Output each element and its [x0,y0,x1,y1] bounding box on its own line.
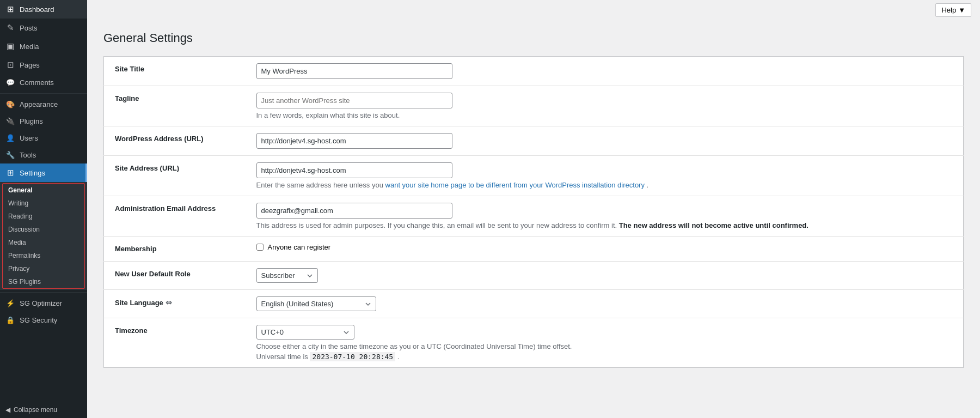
timezone-row: Timezone UTC+0 UTC-12 UTC-5 UTC+1 Choose… [104,318,964,368]
submenu-item-privacy[interactable]: Privacy [3,262,84,275]
dashboard-icon: ⊞ [5,4,15,14]
submenu-item-sg-plugins[interactable]: SG Plugins [3,275,84,288]
admin-email-field: This address is used for admin purposes.… [246,196,964,237]
timezone-label: Timezone [104,318,246,368]
submenu-highlight: General Writing Reading Discussion Media… [2,183,85,289]
sidebar-item-sg-security[interactable]: 🔒 SG Security [0,312,87,329]
users-icon: 👤 [5,134,15,142]
universal-time-value: 2023-07-10 20:28:45 [310,352,395,361]
sidebar: ⊞ Dashboard ✎ Posts ▣ Media ⊡ Pages 💬 Co… [0,0,87,418]
submenu-item-general[interactable]: General [3,184,84,197]
admin-email-row: Administration Email Address This addres… [104,196,964,237]
timezone-field: UTC+0 UTC-12 UTC-5 UTC+1 Choose either a… [246,318,964,368]
wp-address-row: WordPress Address (URL) [104,126,964,156]
membership-row: Membership Anyone can register [104,237,964,262]
site-address-field: Enter the same address here unless you w… [246,156,964,196]
settings-icon: ⊞ [5,168,15,178]
main-content-area: Help ▼ General Settings Site Title Tagli… [87,0,980,418]
new-user-role-row: New User Default Role Subscriber Contrib… [104,262,964,290]
admin-email-label: Administration Email Address [104,196,246,237]
site-language-row: Site Language ⇔ English (United States) [104,290,964,318]
timezone-select[interactable]: UTC+0 UTC-12 UTC-5 UTC+1 [256,325,354,340]
admin-email-input[interactable] [256,203,452,219]
tagline-field: In a few words, explain what this site i… [246,86,964,126]
tagline-input[interactable] [256,93,452,108]
site-title-field [246,57,964,86]
membership-checkbox[interactable] [256,244,264,251]
tagline-description: In a few words, explain what this site i… [256,111,953,119]
sidebar-item-pages[interactable]: ⊡ Pages [0,56,87,74]
site-language-label: Site Language ⇔ [104,290,246,318]
membership-checkbox-row: Anyone can register [256,243,953,251]
appearance-icon: 🎨 [5,100,15,108]
submenu-item-writing[interactable]: Writing [3,197,84,210]
topbar: Help ▼ [87,0,980,20]
sg-security-icon: 🔒 [5,316,15,324]
site-title-label: Site Title [104,57,246,86]
sidebar-divider-2 [0,292,87,293]
sidebar-item-dashboard[interactable]: ⊞ Dashboard [0,0,87,19]
sidebar-item-sg-optimizer[interactable]: ⚡ SG Optimizer [0,295,87,312]
site-address-row: Site Address (URL) Enter the same addres… [104,156,964,196]
submenu-item-reading[interactable]: Reading [3,210,84,223]
membership-field: Anyone can register [246,237,964,262]
new-user-role-select[interactable]: Subscriber Contributor Author Editor Adm… [256,268,318,283]
sidebar-item-posts[interactable]: ✎ Posts [0,19,87,37]
comments-icon: 💬 [5,78,15,87]
tagline-label: Tagline [104,86,246,126]
collapse-icon: ◀ [5,406,10,414]
sidebar-item-settings[interactable]: ⊞ Settings [0,163,87,182]
wp-address-label: WordPress Address (URL) [104,126,246,156]
site-address-label: Site Address (URL) [104,156,246,196]
posts-icon: ✎ [5,23,15,33]
media-icon: ▣ [5,41,15,51]
site-language-field: English (United States) [246,290,964,318]
wp-address-field [246,126,964,156]
site-language-select[interactable]: English (United States) [256,296,376,311]
submenu-item-permalinks[interactable]: Permalinks [3,249,84,262]
sg-optimizer-icon: ⚡ [5,299,15,307]
collapse-menu-button[interactable]: ◀ Collapse menu [0,402,87,418]
page-title: General Settings [103,31,964,45]
site-title-row: Site Title [104,57,964,86]
pages-icon: ⊡ [5,60,15,70]
sidebar-item-comments[interactable]: 💬 Comments [0,74,87,91]
membership-label: Membership [104,237,246,262]
timezone-description: Choose either a city in the same timezon… [256,342,953,350]
submenu-item-discussion[interactable]: Discussion [3,223,84,236]
help-arrow-icon: ▼ [958,6,965,14]
sidebar-item-users[interactable]: 👤 Users [0,130,87,147]
site-title-input[interactable] [256,63,452,79]
sidebar-item-plugins[interactable]: 🔌 Plugins [0,113,87,130]
site-address-input[interactable] [256,162,452,178]
new-user-role-label: New User Default Role [104,262,246,290]
plugins-icon: 🔌 [5,117,15,125]
admin-email-description: This address is used for admin purposes.… [256,221,953,229]
sidebar-item-appearance[interactable]: 🎨 Appearance [0,96,87,113]
sidebar-item-media[interactable]: ▣ Media [0,37,87,56]
sidebar-item-tools[interactable]: 🔧 Tools [0,147,87,163]
tagline-row: Tagline In a few words, explain what thi… [104,86,964,126]
universal-time-row: Universal time is 2023-07-10 20:28:45 . [256,353,953,361]
site-address-description: Enter the same address here unless you w… [256,181,953,189]
new-user-role-field: Subscriber Contributor Author Editor Adm… [246,262,964,290]
wp-address-input[interactable] [256,133,452,149]
site-address-link[interactable]: want your site home page to be different… [385,181,645,189]
settings-content: General Settings Site Title Tagline In a… [87,20,980,418]
sidebar-divider-1 [0,93,87,94]
membership-checkbox-label[interactable]: Anyone can register [268,243,331,251]
settings-table: Site Title Tagline In a few words, expla… [103,56,964,368]
help-button[interactable]: Help ▼ [935,3,971,17]
tools-icon: 🔧 [5,151,15,159]
submenu-item-media[interactable]: Media [3,236,84,249]
settings-submenu: General Writing Reading Discussion Media… [0,182,87,290]
translate-icon: ⇔ [166,298,172,307]
